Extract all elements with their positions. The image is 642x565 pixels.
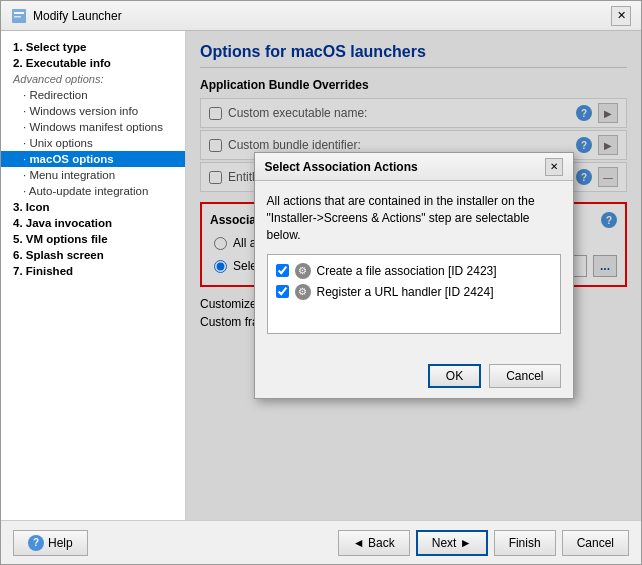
sidebar-item-vm-options[interactable]: 5. VM options file bbox=[1, 231, 185, 247]
gear-icon-1: ⚙ bbox=[295, 263, 311, 279]
dialog-footer: OK Cancel bbox=[255, 358, 573, 398]
sidebar-item-icon[interactable]: 3. Icon bbox=[1, 199, 185, 215]
sidebar-item-macos-options[interactable]: · macOS options bbox=[1, 151, 185, 167]
register-url-handler-label: Register a URL handler [ID 2424] bbox=[317, 285, 494, 299]
dialog-cancel-button[interactable]: Cancel bbox=[489, 364, 560, 388]
sidebar-item-menu-integration[interactable]: · Menu integration bbox=[1, 167, 185, 183]
main-window: Modify Launcher ✕ 1. Select type 2. Exec… bbox=[0, 0, 642, 565]
dialog-description: All actions that are contained in the in… bbox=[267, 193, 561, 243]
register-url-handler-checkbox[interactable] bbox=[276, 285, 289, 298]
sidebar-item-select-type[interactable]: 1. Select type bbox=[1, 39, 185, 55]
sidebar-item-java-invocation[interactable]: 4. Java invocation bbox=[1, 215, 185, 231]
sidebar-item-windows-manifest[interactable]: · Windows manifest options bbox=[1, 119, 185, 135]
main-panel: Options for macOS launchers Application … bbox=[186, 31, 641, 520]
window-title: Modify Launcher bbox=[33, 9, 122, 23]
window-icon bbox=[11, 8, 27, 24]
dialog-list: ⚙ Create a file association [ID 2423] ⚙ … bbox=[267, 254, 561, 334]
bottom-bar: ? Help ◄ Back Next ► Finish Cancel bbox=[1, 520, 641, 564]
dialog-ok-button[interactable]: OK bbox=[428, 364, 481, 388]
create-file-assoc-checkbox[interactable] bbox=[276, 264, 289, 277]
dialog-title-bar: Select Association Actions ✕ bbox=[255, 153, 573, 181]
sidebar-item-finished[interactable]: 7. Finished bbox=[1, 263, 185, 279]
sidebar-item-executable-info[interactable]: 2. Executable info bbox=[1, 55, 185, 71]
sidebar-advanced-label: Advanced options: bbox=[1, 71, 185, 87]
back-button[interactable]: ◄ Back bbox=[338, 530, 410, 556]
dialog-overlay: Select Association Actions ✕ All actions… bbox=[186, 31, 641, 520]
svg-rect-2 bbox=[14, 16, 21, 18]
bottom-right: ◄ Back Next ► Finish Cancel bbox=[338, 530, 629, 556]
dialog-title: Select Association Actions bbox=[265, 160, 418, 174]
finish-button[interactable]: Finish bbox=[494, 530, 556, 556]
list-item: ⚙ Create a file association [ID 2423] bbox=[276, 263, 552, 279]
sidebar-item-unix-options[interactable]: · Unix options bbox=[1, 135, 185, 151]
sidebar-item-redirection[interactable]: · Redirection bbox=[1, 87, 185, 103]
sidebar-item-auto-update[interactable]: · Auto-update integration bbox=[1, 183, 185, 199]
next-button[interactable]: Next ► bbox=[416, 530, 488, 556]
dialog-close-button[interactable]: ✕ bbox=[545, 158, 563, 176]
sidebar: 1. Select type 2. Executable info Advanc… bbox=[1, 31, 186, 520]
sidebar-item-windows-version[interactable]: · Windows version info bbox=[1, 103, 185, 119]
help-label: Help bbox=[48, 536, 73, 550]
list-item: ⚙ Register a URL handler [ID 2424] bbox=[276, 284, 552, 300]
gear-icon-2: ⚙ bbox=[295, 284, 311, 300]
cancel-button[interactable]: Cancel bbox=[562, 530, 629, 556]
svg-rect-1 bbox=[14, 12, 24, 14]
main-content: 1. Select type 2. Executable info Advanc… bbox=[1, 31, 641, 520]
dialog-body: All actions that are contained in the in… bbox=[255, 181, 573, 357]
title-bar: Modify Launcher ✕ bbox=[1, 1, 641, 31]
sidebar-item-splash-screen[interactable]: 6. Splash screen bbox=[1, 247, 185, 263]
help-button[interactable]: ? Help bbox=[13, 530, 88, 556]
create-file-assoc-label: Create a file association [ID 2423] bbox=[317, 264, 497, 278]
bottom-left: ? Help bbox=[13, 530, 88, 556]
title-bar-left: Modify Launcher bbox=[11, 8, 122, 24]
help-button-icon: ? bbox=[28, 535, 44, 551]
select-association-dialog: Select Association Actions ✕ All actions… bbox=[254, 152, 574, 398]
window-close-button[interactable]: ✕ bbox=[611, 6, 631, 26]
